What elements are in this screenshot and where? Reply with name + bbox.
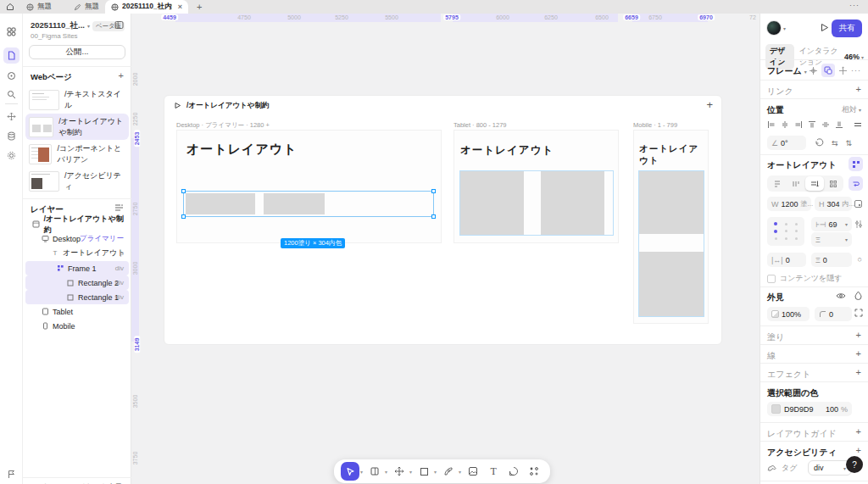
sliders-icon[interactable] [854,220,863,229]
tidy-icon[interactable] [854,120,862,129]
chevron-down-icon[interactable]: ▾ [360,469,363,475]
layer-row-page[interactable]: /オートレイアウトや制約 [25,217,129,231]
gap-horizontal-field[interactable]: ⊦⊣69 ▾ [811,217,852,231]
layer-row-rect1[interactable]: Rectangle 1 div [25,290,129,304]
new-tab-button[interactable]: + [197,2,202,12]
frame-tablet[interactable]: オートレイアウト [453,130,619,243]
move-tool[interactable] [390,462,409,481]
selection-box[interactable] [183,191,434,217]
align-bottom-icon[interactable] [835,120,843,129]
tab-untitled-2[interactable]: 無題 [68,0,105,14]
add-effect-button[interactable]: + [856,367,861,377]
color-swatch[interactable] [771,404,781,414]
frame-label-mobile[interactable]: Mobile · 1 - 799 [633,121,677,129]
file-header[interactable]: 20251110_社... ▾ ベータ版 [31,20,125,31]
rectangle-1[interactable] [460,171,524,235]
pages-icon[interactable] [3,47,19,64]
flag-icon[interactable] [3,466,19,482]
chevron-down-icon[interactable]: ▾ [409,469,412,475]
add-layout-guide-button[interactable]: + [856,426,861,437]
window-menu-icon[interactable]: ··· [849,1,860,9]
page-item-accessibility[interactable]: /アクセシビリティ [25,168,129,194]
direction-vertical[interactable] [768,176,787,191]
align-v-center-icon[interactable] [821,120,830,129]
more-icon[interactable]: ··· [851,66,861,75]
layer-row-tablet[interactable]: Tablet [25,304,129,319]
account-menu[interactable]: ▾ [766,20,786,36]
layer-row-mobile[interactable]: Mobile [25,319,129,333]
move-tool-icon[interactable] [3,108,19,125]
selection-color-row[interactable]: D9D9D9 100 % [767,402,852,416]
frame-label-desktop[interactable]: Desktop · プライマリー · 1280 + [176,121,270,130]
frame-label-tablet[interactable]: Tablet · 800 - 1279 [453,121,507,129]
align-left-icon[interactable] [767,120,776,129]
tab-untitled-1[interactable]: 無題 [20,0,58,14]
page-board[interactable]: /オートレイアウトや制約 + Desktop · プライマリー · 1280 +… [164,95,722,345]
target-icon[interactable] [3,68,19,84]
layers-options-icon[interactable] [114,203,124,212]
frame-type-menu[interactable]: フレーム ▾ [767,65,807,77]
page-item-text-style[interactable]: /テキストスタイル [25,86,129,113]
comment-tool[interactable] [504,462,523,481]
align-h-center-icon[interactable] [781,120,789,129]
toggle-sidebar-icon[interactable] [114,20,124,30]
expand-icon[interactable] [854,309,863,317]
selection-handle[interactable] [431,214,436,219]
canvas[interactable]: 4459 4750 5000 5250 5500 5795 6000 6250 … [131,14,760,484]
selection-handle[interactable] [181,189,186,193]
select-tool[interactable] [341,462,359,481]
library-icon[interactable] [3,24,19,40]
database-icon[interactable] [3,128,19,144]
page-item-autolayout[interactable]: /オートレイアウトや制約 [25,114,129,140]
frame-tool[interactable] [365,462,384,481]
rotate-icon[interactable] [815,138,824,147]
layer-row-desktop[interactable]: Desktop プライマリー [25,231,129,246]
rectangle-2[interactable] [639,252,704,316]
layer-row-frame1[interactable]: Frame 1 div [25,261,129,275]
search-icon[interactable] [3,86,19,103]
height-field[interactable]: H 304 内... [815,197,852,211]
direction-horizontal[interactable] [805,176,824,191]
layer-row-text[interactable]: T オートレイアウト p [25,246,129,260]
autolayout-active-icon[interactable] [849,157,863,171]
add-fill-button[interactable]: + [856,330,861,340]
frame-desktop[interactable]: オートレイアウト [176,130,442,243]
resize-options-icon[interactable] [854,199,863,209]
selection-handle[interactable] [431,189,436,193]
responsive-icon[interactable] [821,64,835,77]
individual-padding-icon[interactable]: ○ [858,255,862,264]
chevron-down-icon[interactable]: ▾ [385,469,387,475]
corner-radius-field[interactable]: 0 [815,307,852,321]
rectangle-1[interactable] [639,171,704,234]
rectangle-2[interactable] [541,171,604,235]
position-mode-menu[interactable]: 相対 ▾ [842,104,861,115]
align-top-icon[interactable] [808,120,816,129]
gap-vertical-field[interactable]: Ξ ▾ [811,232,852,247]
alignment-grid[interactable] [767,217,804,246]
board-add-button[interactable]: + [706,98,713,111]
shape-tool[interactable] [415,462,433,481]
home-icon[interactable] [6,3,14,11]
direction-grid[interactable] [787,176,805,191]
add-link-button[interactable]: + [856,84,861,94]
padding-vertical-field[interactable]: Ξ 0 [811,253,852,267]
frame-mobile[interactable]: オートレイアウト [633,130,709,324]
tab-active[interactable]: 20251110_社内勉強会 × [105,0,188,14]
blend-droplet-icon[interactable] [854,291,862,300]
layer-row-rect2[interactable]: Rectangle 2 div [25,275,129,290]
rotation-field[interactable]: ∠ 0° [767,136,806,150]
selection-handle[interactable] [181,214,186,219]
image-tool[interactable] [464,462,482,481]
page-item-components[interactable]: /コンポーネントとバリアン [25,141,129,167]
publish-button[interactable]: 公開... [29,45,125,59]
chevron-down-icon[interactable]: ▾ [434,469,437,475]
pen-tool[interactable] [439,462,458,481]
eye-icon[interactable] [836,292,846,300]
actions-tool[interactable] [525,462,543,481]
align-right-icon[interactable] [794,120,803,129]
text-tool[interactable]: T [484,462,503,481]
padding-horizontal-field[interactable]: |↔| 0 [767,253,806,267]
play-icon[interactable] [174,102,181,109]
direction-wrap-grid[interactable] [824,176,843,191]
chevron-down-icon[interactable]: ▾ [459,469,461,475]
